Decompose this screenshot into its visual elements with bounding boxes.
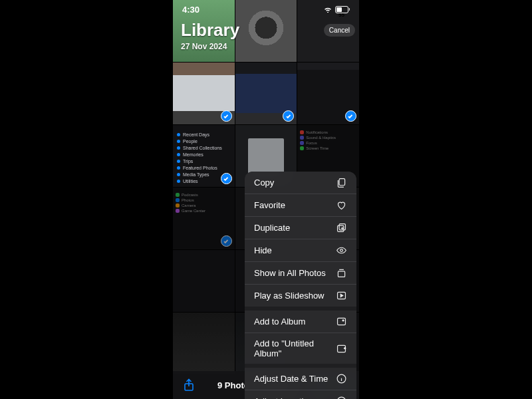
menu-item-label: Add to "Untitled Album" [254, 338, 336, 358]
menu-item-label: Play as Slideshow [254, 291, 325, 301]
eye-icon [336, 245, 347, 256]
wifi-icon [323, 6, 332, 13]
menu-item-label: Show in All Photos [254, 268, 326, 278]
menu-item-album[interactable]: Add to Album [245, 311, 356, 333]
svg-rect-0 [339, 179, 344, 186]
menu-item-label: Duplicate [254, 223, 290, 233]
photo-thumb[interactable] [297, 63, 359, 124]
status-right: 55 [323, 6, 350, 13]
menu-item-album-add[interactable]: Add to "Untitled Album" [245, 333, 356, 368]
selected-check-icon [221, 173, 232, 184]
photo-thumb[interactable] [173, 250, 235, 312]
menu-item-label: Hide [254, 245, 272, 255]
menu-item-info[interactable]: Adjust Date & Time [245, 368, 356, 390]
selected-check-icon [345, 110, 356, 122]
menu-item-heart[interactable]: Favorite [245, 194, 356, 217]
status-bar: 4:30 55 [173, 0, 359, 19]
play-icon [336, 290, 347, 301]
menu-item-label: Copy [254, 178, 274, 188]
menu-item-play[interactable]: Play as Slideshow [245, 285, 356, 311]
photo-thumb[interactable] [173, 313, 235, 374]
svg-rect-6 [338, 318, 346, 325]
svg-rect-8 [338, 345, 346, 352]
menu-item-info[interactable]: Adjust Location [245, 390, 356, 399]
photo-thumb[interactable] [173, 63, 235, 124]
selected-check-icon [221, 235, 232, 247]
photo-thumb[interactable]: Podcasts Photos Camera Game Center [173, 188, 235, 249]
page-title: Library [181, 20, 239, 41]
cancel-button[interactable]: Cancel [324, 24, 355, 37]
photo-thumb[interactable]: Recent DaysPeopleShared CollectionsMemor… [173, 125, 235, 187]
svg-point-3 [340, 249, 343, 252]
duplicate-icon [336, 222, 347, 233]
menu-item-label: Adjust Date & Time [254, 374, 328, 384]
info-icon [336, 373, 347, 384]
page-date: 27 Nov 2024 [181, 42, 239, 51]
battery-indicator: 55 [335, 6, 350, 13]
info-icon [336, 396, 347, 399]
context-menu: CopyFavoriteDuplicateHideShow in All Pho… [245, 172, 356, 399]
phone-frame: 4:30 55 Library 27 Nov 2024 Cancel Recen… [173, 0, 359, 399]
menu-item-label: Add to Album [254, 317, 305, 327]
menu-item-label: Favorite [254, 200, 285, 210]
menu-item-copy[interactable]: Copy [245, 172, 356, 194]
status-time: 4:30 [182, 5, 200, 15]
stack-icon [336, 267, 347, 279]
share-icon[interactable] [182, 378, 196, 392]
album-add-icon [336, 343, 347, 354]
svg-point-7 [342, 320, 344, 321]
menu-item-duplicate[interactable]: Duplicate [245, 217, 356, 239]
library-header: Library 27 Nov 2024 [181, 20, 239, 51]
menu-item-eye[interactable]: Hide [245, 239, 356, 262]
svg-rect-4 [338, 271, 344, 277]
menu-item-stack[interactable]: Show in All Photos [245, 262, 356, 285]
selected-check-icon [221, 110, 232, 122]
photo-thumb[interactable] [235, 63, 297, 124]
selected-check-icon [283, 110, 294, 122]
menu-item-label: Adjust Location [254, 396, 313, 399]
album-icon [336, 316, 347, 327]
heart-icon [336, 200, 347, 211]
copy-icon [336, 177, 347, 188]
